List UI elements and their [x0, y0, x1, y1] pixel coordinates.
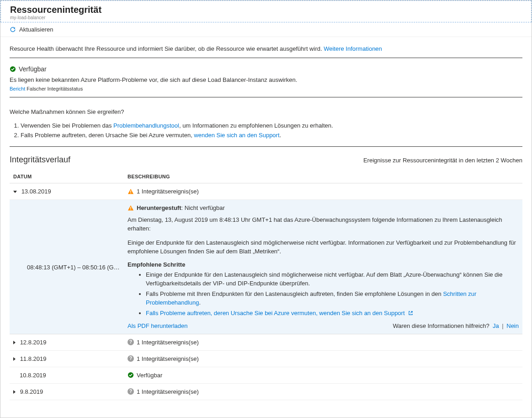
external-link-icon — [408, 310, 413, 315]
event-status-label: Heruntergestuft — [137, 204, 181, 211]
refresh-label: Aktualisieren — [19, 26, 53, 33]
history-row[interactable]: 11.8.2019 ? 1 Integritätsereignis(se) — [10, 350, 522, 367]
panel-header: Ressourcenintegrität my-load-balancer — [0, 0, 532, 22]
caret-right-icon — [13, 390, 16, 394]
history-row[interactable]: 13.08.2019 1 Integritätsereignis(se) — [10, 183, 522, 200]
contact-support-link[interactable]: Falls Probleme auftreten, deren Ursache … — [146, 310, 405, 316]
history-section: Integritätsverlauf Ereignisse zur Ressou… — [10, 147, 522, 400]
action-item-1: Verwenden Sie bei Problemen das Problemb… — [21, 121, 522, 130]
question-circle-icon: ? — [128, 339, 134, 345]
history-row[interactable]: 9.8.2019 ? 1 Integritätsereignis(se) — [10, 383, 522, 400]
steps-heading: Empfohlene Schritte — [128, 261, 519, 268]
event-time-range: 08:48:13 (GMT+1) – 08:50:16 (GMT... — [13, 204, 120, 271]
history-subtitle: Ereignisse zur Ressourcenintegrität in d… — [363, 157, 522, 164]
row-desc: 1 Integritätsereignis(se) — [137, 355, 199, 362]
page-title: Ressourcenintegrität — [10, 5, 522, 15]
event-paragraph-2: Einige der Endpunkte für den Lastenausgl… — [128, 239, 519, 256]
step-item: Falls Probleme auftreten, deren Ursache … — [146, 309, 519, 318]
resource-health-panel: Ressourcenintegrität my-load-balancer Ak… — [0, 0, 532, 418]
check-circle-icon — [128, 372, 134, 378]
history-row-detail: 08:48:13 (GMT+1) – 08:50:16 (GMT... Heru… — [10, 200, 522, 334]
svg-rect-1 — [130, 190, 131, 192]
check-circle-icon — [10, 66, 16, 72]
row-desc: Verfügbar — [137, 372, 162, 379]
status-line: Verfügbar — [10, 65, 522, 73]
col-date-header: Datum — [10, 170, 124, 183]
row-desc: 1 Integritätsereignis(se) — [137, 388, 199, 395]
learn-more-link[interactable]: Weitere Informationen — [324, 45, 382, 52]
report-text: Falscher Integritätsstatus — [27, 86, 83, 91]
report-line: Bericht Falscher Integritätsstatus — [10, 86, 522, 91]
col-desc-header: Beschreibung — [124, 170, 522, 183]
status-section: Verfügbar Es liegen keine bekannten Azur… — [10, 58, 522, 97]
svg-rect-4 — [130, 209, 131, 209]
actions-question: Welche Maßnahmen können Sie ergreifen? — [10, 108, 522, 115]
step-item: Falls Probleme mit Ihren Endpunkten für … — [146, 290, 519, 307]
step-item: Einige der Endpunkte für den Lastenausgl… — [146, 271, 519, 288]
content-area: Resource Health überwacht Ihre Ressource… — [0, 37, 532, 400]
troubleshooting-link[interactable]: Problembehandlungstool — [113, 122, 179, 129]
feedback-yes-link[interactable]: Ja — [493, 322, 499, 329]
status-label: Verfügbar — [19, 65, 47, 73]
intro-section: Resource Health überwacht Ihre Ressource… — [10, 42, 522, 58]
refresh-icon — [10, 27, 16, 33]
row-date: 9.8.2019 — [20, 388, 43, 395]
history-title: Integritätsverlauf — [10, 155, 70, 165]
download-pdf-link[interactable]: Als PDF herunterladen — [128, 322, 188, 329]
svg-rect-3 — [130, 207, 131, 209]
feedback-group: Waren diese Informationen hilfreich? Ja … — [393, 322, 519, 329]
warning-icon — [128, 205, 134, 211]
caret-right-icon — [13, 341, 16, 344]
row-date: 10.8.2019 — [20, 372, 46, 379]
refresh-button[interactable]: Aktualisieren — [10, 26, 53, 33]
actions-section: Welche Maßnahmen können Sie ergreifen? V… — [10, 97, 522, 147]
history-row[interactable]: 12.8.2019 ? 1 Integritätsereignis(se) — [10, 334, 522, 350]
caret-right-icon — [13, 357, 16, 361]
toolbar: Aktualisieren — [0, 22, 532, 37]
status-message: Es liegen keine bekannten Azure Platform… — [10, 76, 522, 83]
row-date: 11.8.2019 — [20, 355, 47, 362]
caret-down-icon — [13, 191, 17, 193]
svg-rect-2 — [130, 193, 131, 193]
history-row[interactable]: 10.8.2019 Verfügbar — [10, 367, 522, 383]
feedback-question: Waren diese Informationen hilfreich? — [393, 322, 489, 329]
question-circle-icon: ? — [128, 355, 134, 362]
row-date: 12.8.2019 — [20, 339, 47, 346]
feedback-no-link[interactable]: Nein — [506, 322, 519, 329]
resource-name: my-load-balancer — [10, 15, 522, 20]
intro-text: Resource Health überwacht Ihre Ressource… — [10, 45, 324, 52]
action-item-2: Falls Probleme auftreten, deren Ursache … — [21, 130, 522, 140]
event-status-suffix: : Nicht verfügbar — [181, 204, 225, 211]
event-paragraph-1: Am Dienstag, 13, August 2019 um 8:48:13 … — [128, 216, 519, 233]
report-link[interactable]: Bericht — [10, 86, 25, 91]
history-table: Datum Beschreibung 13.08.2019 — [10, 170, 522, 400]
question-circle-icon: ? — [128, 388, 134, 395]
row-desc: 1 Integritätsereignis(se) — [137, 188, 199, 195]
warning-icon — [128, 188, 134, 195]
row-desc: 1 Integritätsereignis(se) — [137, 339, 199, 346]
contact-support-link[interactable]: wenden Sie sich an den Support — [194, 132, 279, 139]
row-date: 13.08.2019 — [21, 188, 51, 195]
